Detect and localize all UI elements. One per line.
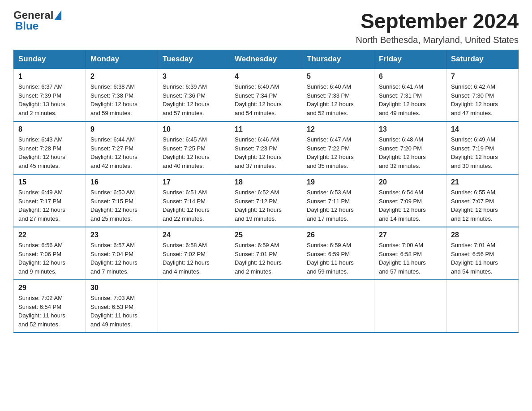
calendar-table: SundayMondayTuesdayWednesdayThursdayFrid…	[13, 50, 519, 333]
day-info: Sunrise: 6:39 AMSunset: 7:36 PMDaylight:…	[163, 82, 225, 117]
calendar-day-cell: 13 Sunrise: 6:48 AMSunset: 7:20 PMDaylig…	[374, 121, 446, 174]
day-info: Sunrise: 7:01 AMSunset: 6:56 PMDaylight:…	[451, 241, 514, 276]
calendar-day-cell: 9 Sunrise: 6:44 AMSunset: 7:27 PMDayligh…	[86, 121, 158, 174]
day-number: 7	[451, 73, 514, 81]
page-header: General Blue September 2024 North Bethes…	[13, 9, 519, 45]
day-info: Sunrise: 6:56 AMSunset: 7:06 PMDaylight:…	[18, 241, 81, 276]
calendar-day-cell: 11 Sunrise: 6:46 AMSunset: 7:23 PMDaylig…	[230, 121, 302, 174]
day-number: 26	[307, 231, 369, 239]
calendar-day-cell: 28 Sunrise: 7:01 AMSunset: 6:56 PMDaylig…	[446, 227, 519, 280]
day-number: 30	[90, 284, 153, 292]
day-info: Sunrise: 6:54 AMSunset: 7:09 PMDaylight:…	[379, 188, 442, 223]
day-info: Sunrise: 6:45 AMSunset: 7:25 PMDaylight:…	[163, 135, 225, 170]
calendar-week-row: 29 Sunrise: 7:02 AMSunset: 6:54 PMDaylig…	[14, 280, 519, 333]
calendar-day-cell: 27 Sunrise: 7:00 AMSunset: 6:58 PMDaylig…	[374, 227, 446, 280]
day-number: 24	[163, 231, 225, 239]
calendar-day-cell: 14 Sunrise: 6:49 AMSunset: 7:19 PMDaylig…	[446, 121, 519, 174]
calendar-day-cell	[302, 280, 374, 333]
day-number: 22	[18, 231, 81, 239]
svg-marker-0	[54, 10, 61, 20]
day-number: 23	[90, 231, 153, 239]
calendar-day-cell: 17 Sunrise: 6:51 AMSunset: 7:14 PMDaylig…	[158, 174, 230, 227]
calendar-day-cell: 22 Sunrise: 6:56 AMSunset: 7:06 PMDaylig…	[14, 227, 86, 280]
calendar-day-cell: 3 Sunrise: 6:39 AMSunset: 7:36 PMDayligh…	[158, 68, 230, 121]
calendar-title: September 2024	[61, 9, 519, 33]
day-number: 27	[379, 231, 442, 239]
day-number: 3	[163, 73, 225, 81]
calendar-header-row: SundayMondayTuesdayWednesdayThursdayFrid…	[14, 50, 519, 69]
day-number: 6	[379, 73, 442, 81]
day-number: 12	[307, 125, 369, 133]
day-info: Sunrise: 6:52 AMSunset: 7:12 PMDaylight:…	[235, 188, 297, 223]
day-number: 11	[235, 125, 297, 133]
calendar-day-cell: 5 Sunrise: 6:40 AMSunset: 7:33 PMDayligh…	[302, 68, 374, 121]
day-number: 8	[18, 125, 81, 133]
day-info: Sunrise: 7:02 AMSunset: 6:54 PMDaylight:…	[18, 294, 81, 329]
calendar-day-cell: 10 Sunrise: 6:45 AMSunset: 7:25 PMDaylig…	[158, 121, 230, 174]
day-number: 18	[235, 178, 297, 186]
calendar-day-header: Thursday	[302, 50, 374, 69]
day-info: Sunrise: 6:42 AMSunset: 7:30 PMDaylight:…	[451, 82, 514, 117]
day-number: 25	[235, 231, 297, 239]
day-number: 9	[90, 125, 153, 133]
title-block: September 2024 North Bethesda, Maryland,…	[61, 9, 519, 45]
day-number: 1	[18, 73, 81, 81]
calendar-day-cell: 16 Sunrise: 6:50 AMSunset: 7:15 PMDaylig…	[86, 174, 158, 227]
calendar-day-cell: 7 Sunrise: 6:42 AMSunset: 7:30 PMDayligh…	[446, 68, 519, 121]
calendar-day-cell: 18 Sunrise: 6:52 AMSunset: 7:12 PMDaylig…	[230, 174, 302, 227]
calendar-day-cell: 21 Sunrise: 6:55 AMSunset: 7:07 PMDaylig…	[446, 174, 519, 227]
calendar-week-row: 22 Sunrise: 6:56 AMSunset: 7:06 PMDaylig…	[14, 227, 519, 280]
calendar-day-cell: 12 Sunrise: 6:47 AMSunset: 7:22 PMDaylig…	[302, 121, 374, 174]
calendar-day-cell: 2 Sunrise: 6:38 AMSunset: 7:38 PMDayligh…	[86, 68, 158, 121]
day-number: 14	[451, 125, 514, 133]
calendar-day-cell: 29 Sunrise: 7:02 AMSunset: 6:54 PMDaylig…	[14, 280, 86, 333]
day-info: Sunrise: 6:53 AMSunset: 7:11 PMDaylight:…	[307, 188, 369, 223]
calendar-day-cell: 20 Sunrise: 6:54 AMSunset: 7:09 PMDaylig…	[374, 174, 446, 227]
day-info: Sunrise: 7:00 AMSunset: 6:58 PMDaylight:…	[379, 241, 442, 276]
day-info: Sunrise: 6:44 AMSunset: 7:27 PMDaylight:…	[90, 135, 153, 170]
calendar-day-cell	[374, 280, 446, 333]
calendar-day-header: Friday	[374, 50, 446, 69]
day-number: 15	[18, 178, 81, 186]
day-info: Sunrise: 6:51 AMSunset: 7:14 PMDaylight:…	[163, 188, 225, 223]
day-info: Sunrise: 6:55 AMSunset: 7:07 PMDaylight:…	[451, 188, 514, 223]
day-info: Sunrise: 6:46 AMSunset: 7:23 PMDaylight:…	[235, 135, 297, 170]
day-number: 16	[90, 178, 153, 186]
day-info: Sunrise: 6:43 AMSunset: 7:28 PMDaylight:…	[18, 135, 81, 170]
day-info: Sunrise: 7:03 AMSunset: 6:53 PMDaylight:…	[90, 294, 153, 329]
calendar-day-cell: 8 Sunrise: 6:43 AMSunset: 7:28 PMDayligh…	[14, 121, 86, 174]
calendar-day-header: Monday	[86, 50, 158, 69]
day-info: Sunrise: 6:37 AMSunset: 7:39 PMDaylight:…	[18, 82, 81, 117]
day-info: Sunrise: 6:50 AMSunset: 7:15 PMDaylight:…	[90, 188, 153, 223]
calendar-day-header: Tuesday	[158, 50, 230, 69]
day-info: Sunrise: 6:57 AMSunset: 7:04 PMDaylight:…	[90, 241, 153, 276]
calendar-day-cell	[446, 280, 519, 333]
calendar-day-cell	[158, 280, 230, 333]
calendar-day-cell: 26 Sunrise: 6:59 AMSunset: 6:59 PMDaylig…	[302, 227, 374, 280]
day-number: 10	[163, 125, 225, 133]
day-number: 19	[307, 178, 369, 186]
calendar-day-cell: 4 Sunrise: 6:40 AMSunset: 7:34 PMDayligh…	[230, 68, 302, 121]
calendar-day-cell: 6 Sunrise: 6:41 AMSunset: 7:31 PMDayligh…	[374, 68, 446, 121]
day-number: 28	[451, 231, 514, 239]
calendar-day-header: Wednesday	[230, 50, 302, 69]
logo: General Blue	[13, 9, 61, 32]
day-info: Sunrise: 6:41 AMSunset: 7:31 PMDaylight:…	[379, 82, 442, 117]
day-info: Sunrise: 6:49 AMSunset: 7:19 PMDaylight:…	[451, 135, 514, 170]
calendar-day-header: Sunday	[14, 50, 86, 69]
day-info: Sunrise: 6:49 AMSunset: 7:17 PMDaylight:…	[18, 188, 81, 223]
day-number: 17	[163, 178, 225, 186]
day-info: Sunrise: 6:38 AMSunset: 7:38 PMDaylight:…	[90, 82, 153, 117]
day-info: Sunrise: 6:58 AMSunset: 7:02 PMDaylight:…	[163, 241, 225, 276]
calendar-day-header: Saturday	[446, 50, 519, 69]
calendar-week-row: 1 Sunrise: 6:37 AMSunset: 7:39 PMDayligh…	[14, 68, 519, 121]
calendar-day-cell: 1 Sunrise: 6:37 AMSunset: 7:39 PMDayligh…	[14, 68, 86, 121]
day-number: 2	[90, 73, 153, 81]
day-number: 5	[307, 73, 369, 81]
calendar-week-row: 8 Sunrise: 6:43 AMSunset: 7:28 PMDayligh…	[14, 121, 519, 174]
day-info: Sunrise: 6:48 AMSunset: 7:20 PMDaylight:…	[379, 135, 442, 170]
calendar-day-cell: 24 Sunrise: 6:58 AMSunset: 7:02 PMDaylig…	[158, 227, 230, 280]
calendar-subtitle: North Bethesda, Maryland, United States	[61, 35, 519, 45]
day-info: Sunrise: 6:59 AMSunset: 6:59 PMDaylight:…	[307, 241, 369, 276]
day-number: 20	[379, 178, 442, 186]
